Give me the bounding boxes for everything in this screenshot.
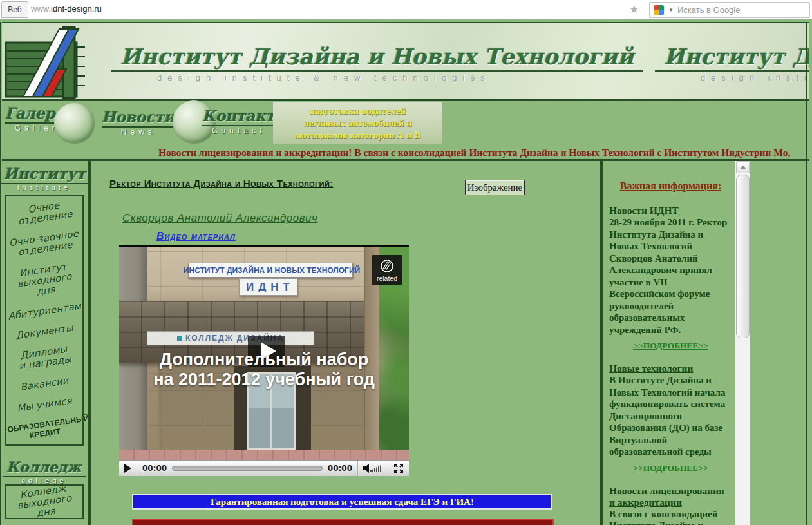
nav-news-label[interactable]: Новости [102, 108, 175, 128]
controls-divider [388, 461, 388, 477]
browser-tab[interactable]: Веб [1, 1, 28, 18]
search-engine-dropdown-icon[interactable]: ▼ [668, 7, 674, 13]
volume-icon[interactable] [363, 464, 382, 473]
related-videos-badge[interactable]: related [372, 255, 402, 285]
search-input[interactable] [677, 5, 809, 15]
nav-contact[interactable]: Контакт Contact [202, 107, 275, 135]
bookmark-star-icon[interactable]: ★ [629, 3, 639, 16]
sidebar-college-menu: Колледж выходного дня [5, 484, 84, 519]
news-more-link[interactable]: >>ПОДРОБНЕЕ>> [609, 463, 732, 473]
news-section-heading[interactable]: Новые технологии [609, 363, 693, 374]
site-title-en-repeat: design institute & new technologies [655, 73, 809, 82]
news-section-body: В связи с консолидацией Института Дизайн… [609, 508, 732, 525]
promo-line: мотоциклов категории А и В [273, 129, 442, 142]
sidebar-item-abiturientam[interactable]: Абитуриентам [7, 301, 81, 321]
red-alert-bar [132, 519, 554, 525]
sidebar-institute-label[interactable]: Институт [0, 165, 90, 184]
news-section: Новые технологии В Институте Дизайна и Н… [609, 363, 732, 473]
browser-chrome: Веб www.idnt-design.ru ★ ▼ [0, 0, 812, 19]
controls-divider [137, 461, 137, 477]
news-section-heading[interactable]: Новости ИДНТ [609, 205, 679, 216]
video-caption-line2: на 2011-2012 учебный год [119, 370, 409, 390]
sidebar-institute-menu: Очное отделение Очно-заочное отделение И… [5, 195, 84, 446]
news-section-body: 28-29 ноября 2011 г. Ректор Института Ди… [609, 216, 732, 336]
sidebar-institute-header[interactable]: Институт institute [0, 165, 88, 191]
site-title-en: design institute & new technologies [111, 73, 536, 82]
site-title: Институт Дизайна и Новых Технологий desi… [111, 44, 536, 82]
gallery-sphere-icon[interactable] [54, 103, 94, 143]
related-label: related [377, 274, 397, 282]
progress-bar[interactable] [172, 466, 323, 471]
sidebar-item-ochno-zaochnoe[interactable]: Очно-заочное отделение [6, 228, 82, 259]
scroll-up-icon [741, 166, 746, 169]
institute-sign-text: ИНСТИТУТ ДИЗАЙНА И НОВЫХ ТЕХНОЛОГИЙ [184, 266, 360, 275]
sidebar-college-label[interactable]: Колледж [3, 459, 86, 477]
important-info-panel: Важная информация: Новости ИДНТ 28-29 но… [603, 161, 735, 525]
video-controls: 00:00 00:00 [119, 460, 409, 476]
video-caption: Дополнительный набор на 2011-2012 учебны… [119, 350, 409, 390]
pavement [119, 450, 409, 460]
site-title-ru: Институт Дизайна и Новых Технологий [111, 44, 643, 72]
ege-banner-link[interactable]: Гарантированная подготовка и успешная сд… [132, 494, 552, 510]
promo-line: подготовки водителей [273, 105, 442, 117]
news-marquee-link[interactable]: Новости лицензирования и аккредитации! В… [0, 147, 809, 159]
address-bar[interactable]: www.idnt-design.ru [31, 4, 102, 14]
sidebar-item-ochnoe[interactable]: Очное отделение [6, 197, 82, 228]
nav-news[interactable]: Новости News [102, 108, 175, 137]
video-frame[interactable]: ИНСТИТУТ ДИЗАЙНА И НОВЫХ ТЕХНОЛОГИЙ ИДНТ… [119, 247, 409, 460]
news-section-heading[interactable]: Новости лицензирования и аккредитации [609, 485, 724, 508]
controls-divider [357, 461, 358, 477]
news-section: Новости ИДНТ 28-29 ноября 2011 г. Ректор… [609, 205, 732, 351]
rector-name-link[interactable]: Скворцов Анатолий Александрович [122, 212, 317, 225]
sidebar-item-vakansii[interactable]: Вакансии [7, 374, 81, 394]
url-domain: idnt-design.ru [51, 4, 102, 14]
scrollbar-thumb[interactable] [736, 175, 750, 338]
panel-scrollbar[interactable] [735, 161, 750, 525]
broken-image-placeholder: Изображение [465, 180, 525, 195]
site-title-repeat: Институт Дизайна и Новых Технологий desi… [655, 44, 809, 82]
related-icon [379, 258, 395, 274]
sidebar-item-dokumenty[interactable]: Документы [7, 321, 81, 342]
video-player[interactable]: ИНСТИТУТ ДИЗАЙНА И НОВЫХ ТЕХНОЛОГИЙ ИДНТ… [119, 245, 409, 476]
sidebar-item-obrazovatelny-kredit[interactable]: ОБРАЗОВАТЕЛЬНЫЙ КРЕДИТ [7, 415, 82, 443]
divider-vertical-left [88, 161, 91, 525]
scrollbar-grip-icon [741, 286, 746, 291]
header-banner: Институт Дизайна и Новых Технологий desi… [2, 22, 809, 101]
college-sign: КОЛЛЕДЖ ДИЗАЙНА [147, 331, 314, 345]
scrollbar-up-button[interactable] [736, 161, 750, 173]
google-search-box[interactable]: ▼ [649, 2, 810, 18]
current-time: 00:00 [142, 464, 167, 473]
page-right-border [806, 22, 807, 525]
institute-sign: ИНСТИТУТ ДИЗАЙНА И НОВЫХ ТЕХНОЛОГИЙ [188, 263, 353, 278]
sidebar-institute-sublabel: institute [0, 184, 88, 191]
sign-logo-mark [177, 336, 182, 341]
important-info-title[interactable]: Важная информация: [609, 180, 732, 192]
news-section-body: В Институте Дизайна и Новых Технологий н… [609, 374, 732, 458]
sidebar-item-weekend-institute[interactable]: Институт выходного дня [6, 260, 83, 300]
institute-logo [4, 25, 102, 99]
drivers-training-promo: подготовки водителей легковых автомобиле… [273, 102, 442, 144]
nav-news-sublabel: News [102, 128, 175, 137]
sidebar-item-my-uchimsya[interactable]: Мы учимся [7, 394, 81, 415]
promo-line: легковых автомобилей и [273, 117, 442, 129]
nav-contact-label[interactable]: Контакт [202, 107, 275, 126]
site-title-ru-repeat: Институт Дизайна и Новых Технологий [655, 44, 809, 72]
sidebar-item-diplomy[interactable]: Дипломы и награды [6, 342, 82, 373]
url-prefix: www. [31, 4, 51, 14]
news-more-link[interactable]: >>ПОДРОБНЕЕ>> [609, 341, 732, 351]
google-icon [654, 5, 664, 15]
fullscreen-icon[interactable] [393, 463, 404, 473]
video-caption-line1: Дополнительный набор [119, 350, 409, 370]
page-left-border [0, 22, 1, 525]
sidebar-college-header[interactable]: Колледж college [0, 459, 88, 484]
nav-contact-sublabel: Contact [202, 126, 275, 135]
sidebar-item-college-weekend[interactable]: Колледж выходного дня [6, 481, 83, 522]
news-section: Новости лицензирования и аккредитации В … [609, 485, 732, 525]
video-material-link[interactable]: Видео материал [156, 231, 236, 242]
rector-heading: Ректор Института Дизайна и Новых Техноло… [109, 178, 334, 189]
duration-time: 00:00 [328, 464, 352, 473]
idnt-sign: ИДНТ [239, 278, 297, 296]
page-body: Институт Дизайна и Новых Технологий desi… [0, 19, 812, 525]
controls-play-icon[interactable] [124, 464, 131, 473]
